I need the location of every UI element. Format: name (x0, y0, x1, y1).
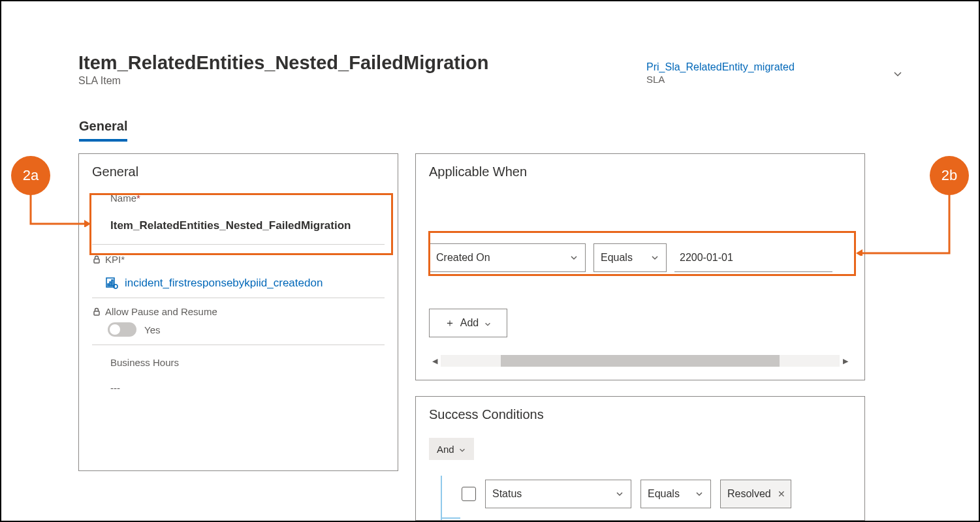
lock-icon (92, 307, 101, 316)
add-condition-button[interactable]: ＋ Add (429, 309, 507, 337)
tab-general[interactable]: General (79, 119, 127, 142)
chevron-down-icon[interactable] (891, 67, 905, 81)
chevron-down-icon (484, 319, 492, 327)
chevron-down-icon (458, 445, 466, 453)
svg-rect-4 (108, 284, 109, 286)
success-section-title: Success Conditions (416, 407, 864, 422)
kpi-label: KPI* (105, 254, 125, 265)
page-title: Item_RelatedEntities_Nested_FailedMigrat… (78, 52, 489, 74)
pause-label: Allow Pause and Resume (105, 306, 217, 317)
related-entity-type: SLA (646, 74, 795, 85)
page-subtitle: SLA Item (78, 75, 489, 87)
tree-connector (441, 476, 442, 521)
svg-rect-2 (94, 259, 99, 263)
condition-checkbox[interactable] (462, 487, 476, 501)
success-field-dropdown[interactable]: Status (485, 480, 631, 508)
highlight-applicable-condition (428, 231, 856, 276)
kpi-entity-icon (105, 277, 118, 290)
panel-success-conditions: Success Conditions And Status Equals Res… (415, 396, 865, 521)
svg-rect-6 (112, 280, 113, 286)
logic-operator-button[interactable]: And (429, 438, 474, 460)
applicable-section-title: Applicable When (416, 164, 864, 179)
business-hours-label: Business Hours (110, 357, 398, 368)
success-operator-dropdown[interactable]: Equals (640, 480, 711, 508)
plus-icon: ＋ (445, 316, 455, 330)
annotation-arrow-2b (855, 194, 951, 256)
success-value-tag[interactable]: Resolved ✕ (720, 480, 791, 508)
related-entity-link[interactable]: Pri_Sla_RelatedEntity_migrated (646, 61, 795, 73)
svg-marker-1 (856, 249, 862, 256)
lock-icon (92, 255, 101, 264)
annotation-badge-2a: 2a (11, 156, 50, 195)
horizontal-scrollbar[interactable]: ◀ ▶ (429, 355, 851, 367)
general-section-title: General (79, 164, 398, 179)
svg-marker-0 (84, 220, 91, 227)
close-icon[interactable]: ✕ (778, 489, 785, 499)
annotation-badge-2b: 2b (930, 156, 969, 195)
kpi-link[interactable]: incident_firstresponsebykpiid_createdon (125, 277, 323, 290)
scroll-right-button[interactable]: ▶ (840, 355, 851, 367)
related-entity-selector[interactable]: Pri_Sla_RelatedEntity_migrated SLA (646, 61, 905, 85)
svg-rect-5 (110, 282, 111, 286)
scroll-left-button[interactable]: ◀ (429, 355, 441, 367)
highlight-name-field (89, 193, 393, 255)
chevron-down-icon (615, 489, 624, 499)
pause-toggle[interactable] (108, 322, 136, 337)
annotation-arrow-2a (29, 194, 91, 227)
business-hours-value[interactable]: --- (110, 382, 398, 393)
tree-connector (441, 517, 460, 519)
pause-toggle-value: Yes (144, 324, 160, 335)
svg-rect-8 (94, 311, 99, 315)
chevron-down-icon (695, 489, 704, 499)
